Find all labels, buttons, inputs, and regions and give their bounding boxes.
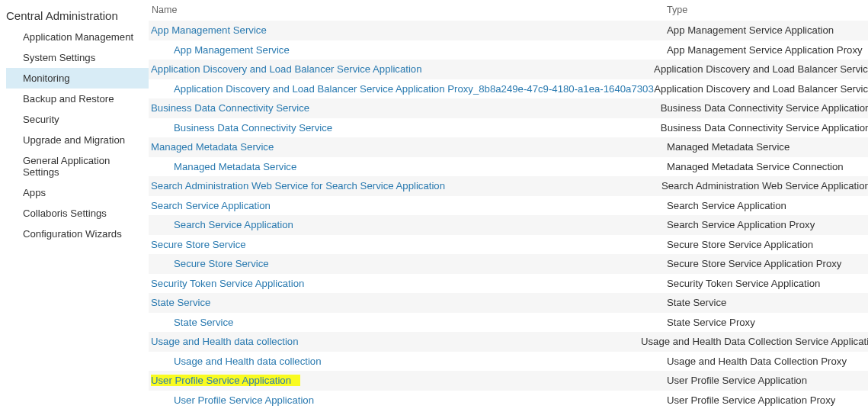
cell-name: Application Discovery and Load Balancer … xyxy=(149,79,654,99)
table-row: App Management ServiceApp Management Ser… xyxy=(149,40,868,60)
service-link[interactable]: State Service xyxy=(151,297,210,308)
header-type[interactable]: Type xyxy=(667,5,687,15)
table-row: Business Data Connectivity ServiceBusine… xyxy=(149,98,868,118)
cell-name: User Profile Service Application xyxy=(149,371,667,391)
sidebar-item[interactable]: Application Management xyxy=(6,27,149,47)
cell-type: Usage and Health Data Collection Proxy xyxy=(667,352,847,372)
cell-name: Business Data Connectivity Service xyxy=(149,98,661,118)
service-link[interactable]: Managed Metadata Service xyxy=(174,161,296,172)
cell-type: User Profile Service Application Proxy xyxy=(667,391,835,410)
service-link[interactable]: Business Data Connectivity Service xyxy=(151,102,309,114)
cell-name: Application Discovery and Load Balancer … xyxy=(149,60,654,79)
sidebar-item[interactable]: Configuration Wizards xyxy=(6,224,149,244)
table-row: Search Service ApplicationSearch Service… xyxy=(149,215,868,235)
sidebar-items: Application ManagementSystem SettingsMon… xyxy=(6,27,149,244)
cell-type: State Service Proxy xyxy=(667,313,755,333)
sidebar-item[interactable]: Apps xyxy=(6,182,149,203)
service-link[interactable]: Secure Store Service xyxy=(174,258,269,269)
service-link[interactable]: Application Discovery and Load Balancer … xyxy=(174,83,654,95)
cell-type: User Profile Service Application xyxy=(667,371,807,391)
cell-type: Application Discovery and Load Balancer … xyxy=(654,60,868,79)
service-link[interactable]: User Profile Service Application xyxy=(174,394,314,406)
cell-type: Search Service Application Proxy xyxy=(667,215,815,235)
service-link[interactable]: State Service xyxy=(174,317,233,328)
table-row: Usage and Health data collectionUsage an… xyxy=(149,332,868,352)
cell-type: Usage and Health Data Collection Service… xyxy=(641,332,868,352)
table-header: Name Type xyxy=(149,5,868,21)
service-link[interactable]: App Management Service xyxy=(174,44,290,56)
cell-type: Secure Store Service Application xyxy=(667,235,813,255)
header-name[interactable]: Name xyxy=(149,5,667,15)
cell-name: Business Data Connectivity Service xyxy=(149,118,661,138)
service-link[interactable]: Usage and Health data collection xyxy=(151,336,299,347)
cell-name: Secure Store Service xyxy=(149,254,667,274)
sidebar-item[interactable]: Monitoring xyxy=(6,68,149,89)
table-row: Application Discovery and Load Balancer … xyxy=(149,79,868,99)
service-link[interactable]: Security Token Service Application xyxy=(151,278,304,289)
cell-type: Security Token Service Application xyxy=(667,274,820,294)
sidebar-item[interactable]: Security xyxy=(6,109,149,130)
cell-name: User Profile Service Application xyxy=(149,391,667,410)
service-link[interactable]: App Management Service xyxy=(151,24,267,36)
cell-name: Security Token Service Application xyxy=(149,274,667,294)
table-row: State ServiceState Service xyxy=(149,293,868,313)
cell-name: App Management Service xyxy=(149,21,667,40)
table-row: Secure Store ServiceSecure Store Service… xyxy=(149,235,868,255)
sidebar-item[interactable]: Backup and Restore xyxy=(6,89,149,109)
service-link[interactable]: User Profile Service Application xyxy=(151,375,300,386)
cell-type: App Management Service Application xyxy=(667,21,834,40)
table-row: User Profile Service ApplicationUser Pro… xyxy=(149,371,868,391)
table-row: Managed Metadata ServiceManaged Metadata… xyxy=(149,137,868,157)
cell-type: Application Discovery and Load Balancer … xyxy=(654,79,868,99)
table-row: User Profile Service ApplicationUser Pro… xyxy=(149,391,868,410)
cell-type: Secure Store Service Application Proxy xyxy=(667,254,841,274)
table-row: Application Discovery and Load Balancer … xyxy=(149,60,868,79)
sidebar-item[interactable]: Collaboris Settings xyxy=(6,203,149,224)
table-row: Search Service ApplicationSearch Service… xyxy=(149,196,868,216)
cell-name: Usage and Health data collection xyxy=(149,352,667,372)
cell-name: Search Service Application xyxy=(149,196,667,216)
cell-type: Search Administration Web Service Applic… xyxy=(661,176,868,196)
service-link[interactable]: Business Data Connectivity Service xyxy=(174,122,332,134)
service-link[interactable]: Managed Metadata Service xyxy=(151,141,274,153)
cell-type: Managed Metadata Service xyxy=(667,137,790,157)
table-row: Managed Metadata ServiceManaged Metadata… xyxy=(149,157,868,177)
sidebar-item[interactable]: General Application Settings xyxy=(6,150,149,182)
cell-name: Managed Metadata Service xyxy=(149,137,667,157)
cell-name: State Service xyxy=(149,293,667,313)
service-link[interactable]: Secure Store Service xyxy=(151,239,246,250)
sidebar-nav: Central Administration Application Manag… xyxy=(0,0,149,412)
main-content: Name Type App Management ServiceApp Mana… xyxy=(149,0,868,412)
sidebar-item[interactable]: Upgrade and Migration xyxy=(6,130,149,150)
service-link[interactable]: Usage and Health data collection xyxy=(174,356,322,367)
sidebar-title: Central Administration xyxy=(6,6,149,27)
cell-name: App Management Service xyxy=(149,40,667,60)
cell-name: Search Service Application xyxy=(149,215,667,235)
cell-name: Secure Store Service xyxy=(149,235,667,255)
service-link[interactable]: Search Service Application xyxy=(151,200,271,211)
cell-type: Search Service Application xyxy=(667,196,786,216)
cell-name: Search Administration Web Service for Se… xyxy=(149,176,661,196)
cell-type: State Service xyxy=(667,293,726,313)
table-row: Secure Store ServiceSecure Store Service… xyxy=(149,254,868,274)
cell-type: Business Data Connectivity Service Appli… xyxy=(661,98,868,118)
table-row: Search Administration Web Service for Se… xyxy=(149,176,868,196)
table-body: App Management ServiceApp Management Ser… xyxy=(149,21,868,410)
cell-type: Business Data Connectivity Service Appli… xyxy=(661,118,868,138)
table-row: Business Data Connectivity ServiceBusine… xyxy=(149,118,868,138)
cell-name: State Service xyxy=(149,313,667,333)
service-link[interactable]: Application Discovery and Load Balancer … xyxy=(151,63,422,75)
service-link[interactable]: Search Administration Web Service for Se… xyxy=(151,180,445,192)
cell-name: Usage and Health data collection xyxy=(149,332,641,352)
cell-type: App Management Service Application Proxy xyxy=(667,40,863,60)
table-row: App Management ServiceApp Management Ser… xyxy=(149,21,868,40)
table-row: Usage and Health data collectionUsage an… xyxy=(149,352,868,372)
cell-name: Managed Metadata Service xyxy=(149,157,667,177)
cell-type: Managed Metadata Service Connection xyxy=(667,157,844,177)
sidebar-item[interactable]: System Settings xyxy=(6,47,149,68)
table-row: State ServiceState Service Proxy xyxy=(149,313,868,333)
table-row: Security Token Service ApplicationSecuri… xyxy=(149,274,868,294)
service-link[interactable]: Search Service Application xyxy=(174,219,293,230)
